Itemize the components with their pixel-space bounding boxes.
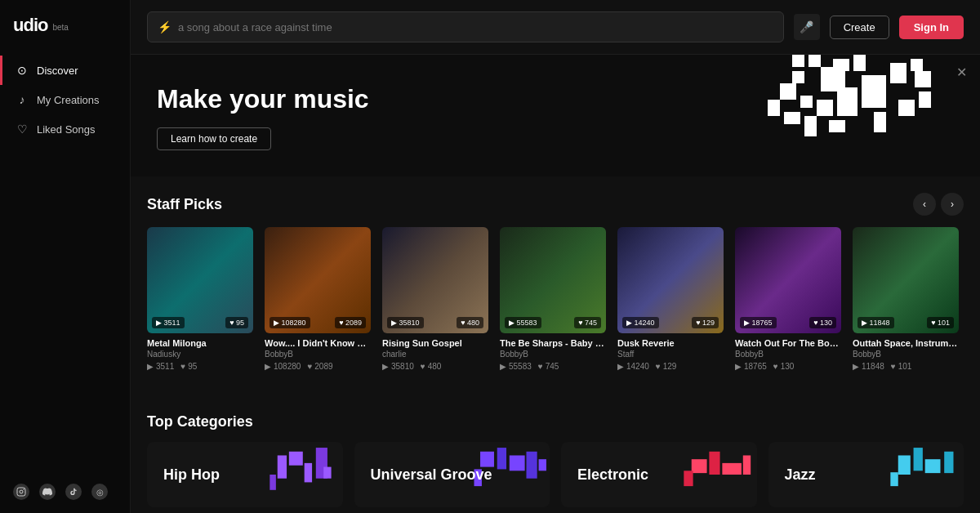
hero-close-button[interactable]: ✕ — [956, 65, 967, 80]
svg-rect-44 — [944, 452, 953, 473]
search-bar: ⚡ — [147, 11, 784, 42]
category-label-jazz: Jazz — [785, 466, 816, 484]
sidebar-item-liked-songs[interactable]: ♡ Liked Songs — [0, 114, 130, 144]
category-art-hip-hop — [235, 442, 343, 507]
category-card-hip-hop[interactable]: Hip Hop — [147, 442, 343, 507]
staff-picks-next[interactable]: › — [941, 193, 964, 216]
play-count: ▶ 35810 — [387, 317, 424, 328]
svg-rect-37 — [709, 452, 719, 475]
staff-pick-card[interactable]: ▶ 3511 ♥ 95 Metal Milonga Nadiusky ▶3511… — [147, 227, 253, 371]
stat-plays: ▶14240 — [617, 362, 649, 371]
other-social-icon[interactable]: ◎ — [91, 484, 108, 500]
card-stats: ▶18765 ♥130 — [735, 362, 841, 371]
top-categories-header: Top Categories — [147, 413, 964, 430]
card-title: Wow.... I Didn't Know That [Full... — [265, 338, 371, 348]
svg-rect-40 — [743, 455, 751, 475]
svg-rect-10 — [800, 96, 813, 108]
heart-icon: ♥ — [773, 362, 778, 371]
svg-rect-3 — [792, 55, 804, 67]
staff-picks-cards: ▶ 3511 ♥ 95 Metal Milonga Nadiusky ▶3511… — [147, 227, 964, 381]
card-title: Outtah Space, Instrumental Hip... — [853, 338, 959, 348]
svg-rect-14 — [890, 63, 906, 83]
stat-plays: ▶55583 — [500, 362, 532, 371]
svg-rect-23 — [919, 91, 931, 108]
svg-rect-12 — [837, 87, 858, 116]
svg-rect-7 — [792, 71, 804, 83]
signin-button[interactable]: Sign In — [899, 16, 964, 39]
card-stats: ▶108280 ♥2089 — [265, 362, 371, 371]
liked-icon: ♡ — [16, 123, 29, 136]
sidebar-item-discover[interactable]: ⊙ Discover — [0, 56, 130, 85]
learn-how-button[interactable]: Learn how to create — [157, 127, 271, 150]
sidebar-label-my-creations: My Creations — [37, 94, 100, 106]
staff-pick-card[interactable]: ▶ 55583 ♥ 745 The Be Sharps - Baby On Bo… — [500, 227, 606, 371]
card-artist: Nadiusky — [147, 350, 253, 359]
stat-likes: ♥129 — [656, 362, 677, 371]
search-input[interactable] — [178, 21, 773, 33]
card-stats: ▶35810 ♥480 — [382, 362, 488, 371]
sidebar-item-my-creations[interactable]: ♪ My Creations — [0, 85, 130, 114]
svg-rect-18 — [784, 112, 800, 124]
card-thumbnail: ▶ 18765 ♥ 130 — [735, 227, 841, 333]
beta-badge: beta — [52, 23, 68, 32]
app-name: udio — [13, 15, 47, 36]
play-icon: ▶ — [617, 362, 624, 371]
staff-pick-card[interactable]: ▶ 35810 ♥ 480 Rising Sun Gospel charlie … — [382, 227, 488, 371]
svg-rect-15 — [911, 59, 923, 71]
svg-rect-13 — [862, 75, 886, 108]
header: ⚡ 🎤 Create Sign In — [131, 0, 980, 55]
tiktok-icon[interactable] — [65, 484, 82, 500]
card-stats: ▶3511 ♥95 — [147, 362, 253, 371]
like-count: ♥ 129 — [692, 317, 719, 328]
staff-pick-card[interactable]: ▶ 108280 ♥ 2089 Wow.... I Didn't Know Th… — [265, 227, 371, 371]
svg-rect-4 — [808, 55, 821, 67]
card-artist: charlie — [382, 350, 488, 359]
svg-rect-16 — [915, 71, 931, 87]
like-count: ♥ 2089 — [335, 317, 366, 328]
svg-rect-9 — [780, 83, 796, 100]
categories-row: Hip Hop Universal Groove Electronic Jazz — [147, 442, 964, 507]
logo-part1: udio — [13, 15, 47, 35]
svg-rect-25 — [289, 452, 303, 466]
discord-icon[interactable] — [39, 484, 56, 500]
instagram-icon[interactable] — [13, 484, 29, 500]
category-card-electronic[interactable]: Electronic — [561, 442, 757, 507]
card-artist: BobbyB — [500, 350, 606, 359]
top-categories-section: Top Categories Hip Hop Universal Groove … — [131, 397, 980, 507]
svg-rect-33 — [527, 452, 537, 479]
svg-point-2 — [23, 488, 24, 490]
sidebar: udio beta ⊙ Discover ♪ My Creations ♡ Li… — [0, 0, 131, 513]
svg-rect-35 — [539, 459, 546, 471]
staff-pick-card[interactable]: ▶ 18765 ♥ 130 Watch Out For The Boogiema… — [735, 227, 841, 371]
category-card-universal-groove[interactable]: Universal Groove — [354, 442, 550, 507]
sidebar-footer: ◎ — [0, 471, 130, 513]
svg-rect-11 — [817, 100, 833, 116]
heart-icon: ♥ — [656, 362, 661, 371]
staff-pick-card[interactable]: ▶ 11848 ♥ 101 Outtah Space, Instrumental… — [853, 227, 959, 371]
category-card-jazz[interactable]: Jazz — [768, 442, 964, 507]
mic-button[interactable]: 🎤 — [794, 14, 820, 40]
card-title: Watch Out For The Boogieman, ... — [735, 338, 841, 348]
like-count: ♥ 745 — [574, 317, 601, 328]
card-stats: ▶11848 ♥101 — [853, 362, 959, 371]
staff-picks-prev[interactable]: ‹ — [913, 193, 936, 216]
card-thumbnail: ▶ 11848 ♥ 101 — [853, 227, 959, 333]
stat-likes: ♥95 — [180, 362, 197, 371]
like-count: ♥ 130 — [809, 317, 836, 328]
staff-pick-card[interactable]: ▶ 14240 ♥ 129 Dusk Reverie Staff ▶14240 … — [617, 227, 724, 371]
sidebar-label-liked-songs: Liked Songs — [37, 123, 96, 136]
category-art-electronic — [649, 442, 757, 507]
card-title: Dusk Reverie — [617, 338, 724, 348]
create-button[interactable]: Create — [830, 16, 889, 39]
card-title: Metal Milonga — [147, 338, 253, 348]
svg-rect-29 — [323, 467, 331, 479]
play-icon: ▶ — [853, 362, 859, 371]
stat-plays: ▶18765 — [735, 362, 767, 371]
play-count: ▶ 55583 — [505, 317, 541, 328]
card-artist: BobbyB — [735, 350, 841, 359]
play-icon: ▶ — [265, 362, 271, 371]
heart-icon: ♥ — [538, 362, 543, 371]
category-label-electronic: Electronic — [577, 466, 648, 484]
svg-rect-41 — [898, 455, 911, 475]
svg-rect-39 — [684, 471, 693, 486]
